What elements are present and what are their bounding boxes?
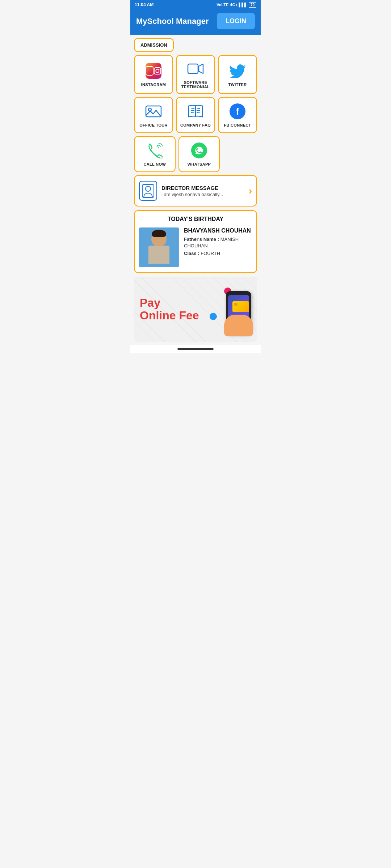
whatsapp-button[interactable]: WHATSAPP	[178, 136, 220, 172]
empty-slot	[223, 136, 257, 172]
grid-row-1: INSTAGRAM SOFTWARETESTIMONIAL TWITTER	[134, 55, 257, 94]
director-text-block: DIRECTOR MESSAGE i am vijesh sonava basi…	[161, 185, 244, 197]
whatsapp-icon-wrap	[190, 142, 208, 159]
floating-circle-blue	[210, 313, 217, 320]
admission-button[interactable]: ADMISSION	[134, 38, 174, 52]
company-faq-button[interactable]: COMPANY FAQ	[176, 97, 215, 133]
card-illustration	[232, 301, 249, 312]
instagram-button[interactable]: INSTAGRAM	[134, 55, 173, 94]
facebook-icon-wrap: f	[229, 103, 246, 120]
instagram-label: INSTAGRAM	[141, 82, 166, 87]
instagram-icon	[146, 63, 161, 79]
svg-line-13	[197, 112, 200, 112]
company-faq-label: COMPANY FAQ	[180, 123, 211, 127]
birthday-section-title: TODAY'S BIRTHDAY	[139, 216, 252, 222]
svg-line-12	[197, 110, 200, 111]
pay-line1: Pay	[140, 296, 160, 309]
twitter-button[interactable]: TWITTER	[218, 55, 257, 94]
birthday-info: BHAVYANSH CHOUHAN Father's Name : MANISH…	[184, 227, 252, 258]
card-chip	[234, 303, 237, 306]
birthday-father-name: Father's Name : MANISH CHOUHAN	[184, 236, 252, 249]
app-title: MySchool Manager	[136, 17, 209, 26]
person-head	[151, 231, 167, 246]
class-label: Class :	[184, 251, 199, 256]
instagram-icon-wrap	[145, 62, 162, 80]
phone-icon-wrap	[146, 142, 163, 159]
software-testimonial-label: SOFTWARETESTIMONIAL	[181, 80, 210, 89]
grid-row-2: OFFICE TOUR COMPANY FAQ f	[134, 97, 257, 133]
call-now-button[interactable]: CALL NOW	[134, 136, 176, 172]
birthday-class: Class : FOURTH	[184, 250, 252, 257]
login-button[interactable]: LOGIN	[217, 13, 255, 29]
admission-row: ADMISSION	[134, 38, 257, 52]
hand-illustration	[224, 315, 253, 336]
network-indicator: VoLTE	[216, 3, 228, 7]
birthday-photo	[139, 227, 179, 267]
pay-phone-illustration	[208, 284, 251, 335]
facebook-icon: f	[230, 103, 245, 119]
status-time: 11:04 AM	[135, 2, 154, 7]
battery-level: 79	[249, 2, 256, 8]
director-title: DIRECTOR MESSAGE	[161, 185, 244, 191]
signal-strength: 4G+ ▌▌▌	[230, 3, 247, 7]
svg-line-8	[191, 109, 194, 109]
video-camera-icon-wrap	[187, 60, 204, 77]
birthday-content: BHAVYANSH CHOUHAN Father's Name : MANISH…	[139, 227, 252, 267]
person-silhouette	[144, 231, 173, 267]
svg-point-1	[156, 69, 159, 72]
director-avatar-icon	[139, 181, 157, 201]
image-icon-wrap	[145, 103, 162, 120]
class-value: FOURTH	[201, 251, 220, 256]
pay-banner-text: Pay Online Fee	[140, 297, 199, 322]
twitter-icon-wrap	[229, 62, 246, 80]
svg-line-9	[191, 110, 194, 111]
svg-marker-4	[199, 64, 203, 73]
call-now-label: CALL NOW	[144, 162, 166, 166]
svg-rect-3	[188, 64, 198, 73]
svg-line-10	[191, 112, 194, 112]
image-icon	[145, 105, 162, 118]
whatsapp-label: WHATSAPP	[188, 162, 211, 166]
grid-row-3: CALL NOW WHATSAPP	[134, 136, 257, 172]
twitter-icon	[229, 64, 246, 78]
director-message-card[interactable]: DIRECTOR MESSAGE i am vijesh sonava basi…	[134, 175, 257, 207]
office-tour-label: OFFICE TOUR	[139, 123, 168, 127]
svg-rect-5	[146, 106, 161, 117]
fb-connect-label: FB CONNECT	[224, 123, 251, 127]
main-content: ADMISSION INSTAGRAM	[130, 35, 261, 345]
father-label: Father's Name :	[184, 237, 219, 242]
battery-indicator: 79	[249, 3, 256, 7]
status-icons: VoLTE 4G+ ▌▌▌ 79	[216, 3, 256, 7]
book-icon	[187, 105, 204, 118]
phone-icon	[147, 142, 163, 158]
person-hair	[152, 230, 166, 237]
svg-point-2	[159, 69, 160, 69]
whatsapp-icon	[191, 142, 207, 158]
book-icon-wrap	[187, 103, 204, 120]
home-indicator	[130, 345, 261, 353]
fb-connect-button[interactable]: f FB CONNECT	[218, 97, 257, 133]
person-body	[148, 246, 169, 264]
app-header: MySchool Manager LOGIN	[130, 9, 261, 35]
director-arrow-icon: ›	[249, 185, 252, 197]
svg-rect-0	[154, 68, 161, 74]
office-tour-button[interactable]: OFFICE TOUR	[134, 97, 173, 133]
birthday-student-name: BHAVYANSH CHOUHAN	[184, 227, 252, 234]
pay-line2: Online Fee	[140, 309, 199, 322]
home-bar	[177, 348, 214, 350]
video-camera-icon	[187, 62, 204, 76]
director-subtitle: i am vijesh sonava basically...	[161, 192, 244, 197]
svg-point-15	[146, 186, 151, 191]
twitter-label: TWITTER	[228, 82, 247, 87]
birthday-card: TODAY'S BIRTHDAY BHAVYANSH CHOUHAN Fathe…	[134, 210, 257, 273]
software-testimonial-button[interactable]: SOFTWARETESTIMONIAL	[176, 55, 215, 94]
status-bar: 11:04 AM VoLTE 4G+ ▌▌▌ 79	[130, 0, 261, 9]
svg-point-6	[148, 108, 151, 111]
pay-online-banner[interactable]: Pay Online Fee	[134, 277, 257, 342]
svg-line-11	[197, 109, 200, 109]
